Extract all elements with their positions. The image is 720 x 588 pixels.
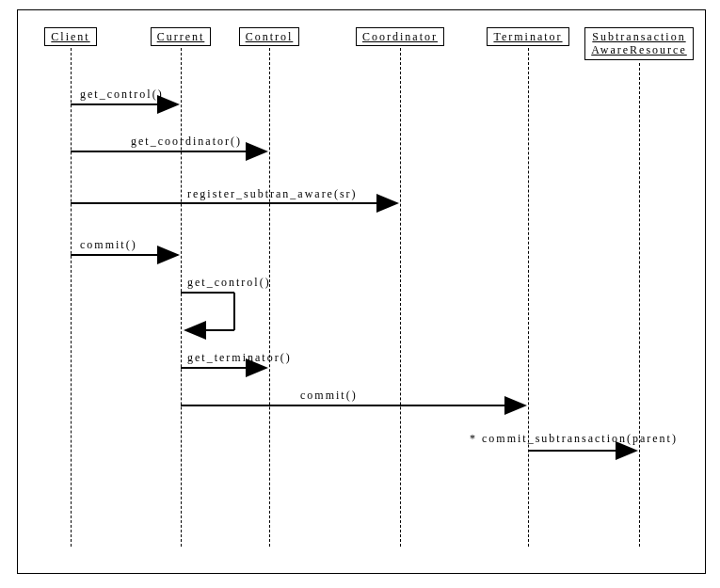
arrow-self-get-control [181,293,234,330]
label-get-terminator: get_terminator() [187,351,292,365]
label-commit-terminator: commit() [300,389,358,403]
label-self-get-control: get_control() [187,276,271,290]
label-get-control: get_control() [80,87,164,102]
label-register-subtran-aware: register_subtran_aware(sr) [187,187,358,201]
label-commit-client: commit() [80,238,137,252]
label-commit-subtransaction: * commit_subtransaction(parent) [470,432,678,446]
label-get-coordinator: get_coordinator() [131,135,242,149]
